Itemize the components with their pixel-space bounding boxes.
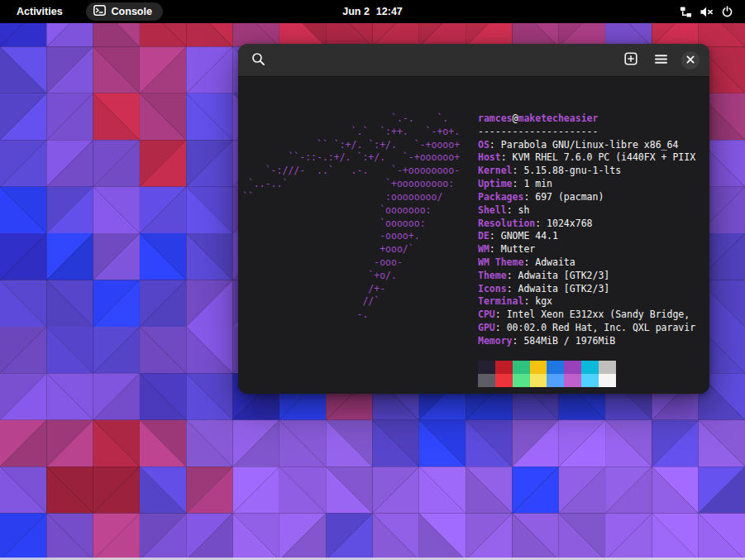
power-icon <box>721 6 733 18</box>
palette-swatch <box>530 361 547 374</box>
info-label: Memory <box>478 335 513 347</box>
system-status-area[interactable] <box>676 0 737 23</box>
neofetch-info-line: Host: KVM RHEL 7.6.0 PC (i440FX + PIIX <box>478 151 708 165</box>
info-value: : Adwaita <box>523 256 575 268</box>
neofetch-info-line: Packages: 697 (pacman) <box>478 191 708 204</box>
clock-time: 12:47 <box>376 6 403 17</box>
console-app-button[interactable]: Console <box>86 2 163 21</box>
palette-swatch <box>564 361 581 374</box>
info-value: : sh <box>507 204 530 216</box>
info-value: : Parabola GNU/Linux-libre x86_64 <box>490 139 678 151</box>
info-value: : GNOME 44.1 <box>490 230 558 242</box>
palette-swatch <box>513 374 530 387</box>
info-value: : 584MiB / 1976MiB <box>513 335 616 347</box>
neofetch-info-line: GPU: 00:02.0 Red Hat, Inc. QXL paravir <box>478 322 708 335</box>
neofetch-info-line: Kernel: 5.15.88-gnu-1-lts <box>478 165 708 178</box>
palette-swatch <box>564 374 581 387</box>
info-value: : 697 (pacman) <box>523 191 604 203</box>
search-button[interactable] <box>248 49 269 72</box>
neofetch-info-line: WM: Mutter <box>478 243 708 256</box>
terminal-viewport[interactable]: `.-. `. `.` `:++. `-+o+. `` `:+/. `:+/. … <box>238 77 709 394</box>
info-value: : Adwaita [GTK2/3] <box>507 270 610 281</box>
info-value: : KVM RHEL 7.6.0 PC (i440FX + PIIX <box>501 151 695 163</box>
neofetch-user: ramces <box>478 112 513 124</box>
new-tab-icon <box>624 52 638 68</box>
info-value: : 1 min <box>513 178 552 189</box>
info-label: Packages <box>478 191 523 203</box>
neofetch-info-line: DE: GNOME 44.1 <box>478 230 708 243</box>
volume-muted-icon <box>700 6 714 18</box>
close-icon <box>686 54 695 66</box>
neofetch-info-line: Icons: Adwaita [GTK2/3] <box>478 283 708 296</box>
palette-swatch <box>599 361 616 374</box>
palette-swatch <box>495 361 513 374</box>
palette-swatch <box>478 361 495 374</box>
activities-button[interactable]: Activities <box>12 4 68 19</box>
neofetch-info-line: OS: Parabola GNU/Linux-libre x86_64 <box>478 139 708 152</box>
palette-row <box>478 361 616 374</box>
palette-swatch <box>530 374 547 387</box>
palette-row <box>478 374 616 387</box>
info-value: : Mutter <box>490 243 535 255</box>
terminal-color-palette <box>478 361 616 387</box>
clock-button[interactable]: Jun 2 12:47 <box>342 6 403 17</box>
neofetch-info-column: ramces@maketecheasier ------------------… <box>478 112 708 348</box>
info-label: WM Theme <box>478 256 523 268</box>
info-label: Resolution <box>478 218 535 229</box>
neofetch-host: maketecheasier <box>518 112 598 124</box>
info-label: OS <box>478 139 490 151</box>
info-value: : kgx <box>523 295 552 307</box>
info-value: : Adwaita [GTK2/3] <box>507 283 610 294</box>
info-label: Icons <box>478 283 507 294</box>
info-label: Uptime <box>478 178 513 189</box>
palette-swatch <box>513 361 530 374</box>
palette-swatch <box>547 374 564 387</box>
window-header-bar <box>238 44 709 77</box>
info-label: Kernel <box>478 165 513 176</box>
info-value: : 5.15.88-gnu-1-lts <box>513 165 622 176</box>
info-label: CPU <box>478 309 495 320</box>
palette-swatch <box>547 361 564 374</box>
neofetch-title: ramces@maketecheasier <box>478 112 708 126</box>
info-label: Theme <box>478 270 507 281</box>
neofetch-info-line: Shell: sh <box>478 204 708 218</box>
palette-swatch <box>581 374 599 387</box>
info-label: Terminal <box>478 295 523 307</box>
neofetch-info-line: Memory: 584MiB / 1976MiB <box>478 335 708 348</box>
new-tab-button[interactable] <box>621 49 641 71</box>
neofetch-info-line: Resolution: 1024x768 <box>478 218 708 231</box>
info-label: Shell <box>478 204 507 216</box>
palette-swatch <box>581 361 599 374</box>
close-button[interactable] <box>681 51 700 69</box>
neofetch-info-line: Terminal: kgx <box>478 295 708 309</box>
info-label: DE <box>478 230 490 242</box>
network-wired-icon <box>680 6 692 18</box>
info-value: : Intel Xeon E312xx (Sandy Bridge, <box>495 309 690 320</box>
palette-swatch <box>599 374 616 387</box>
neofetch-info-line: CPU: Intel Xeon E312xx (Sandy Bridge, <box>478 309 708 322</box>
neofetch-info-line: Uptime: 1 min <box>478 178 708 191</box>
menu-icon <box>655 54 667 67</box>
desktop: Activities Console Jun 2 12:47 <box>0 0 745 560</box>
terminal-prompt-icon <box>93 4 106 19</box>
console-window: `.-. `. `.` `:++. `-+o+. `` `:+/. `:+/. … <box>238 44 709 394</box>
neofetch-info-line: Theme: Adwaita [GTK2/3] <box>478 270 708 283</box>
neofetch-title-underline: --------------------- <box>478 126 708 139</box>
top-bar: Activities Console Jun 2 12:47 <box>0 0 745 23</box>
neofetch-info-line: WM Theme: Adwaita <box>478 256 708 270</box>
palette-swatch <box>478 374 495 387</box>
info-value: : 1024x768 <box>535 218 592 229</box>
menu-button[interactable] <box>652 50 671 70</box>
palette-swatch <box>495 374 513 387</box>
neofetch-ascii-art: `.-. `. `.` `:++. `-+o+. `` `:+/. `:+/. … <box>242 112 460 322</box>
info-label: WM <box>478 243 490 255</box>
clock-date: Jun 2 <box>342 6 370 17</box>
info-value: : 00:02.0 Red Hat, Inc. QXL paravir <box>495 322 695 333</box>
info-label: Host <box>478 151 501 163</box>
console-app-label: Console <box>112 6 152 17</box>
info-label: GPU <box>478 322 495 333</box>
search-icon <box>251 52 265 69</box>
